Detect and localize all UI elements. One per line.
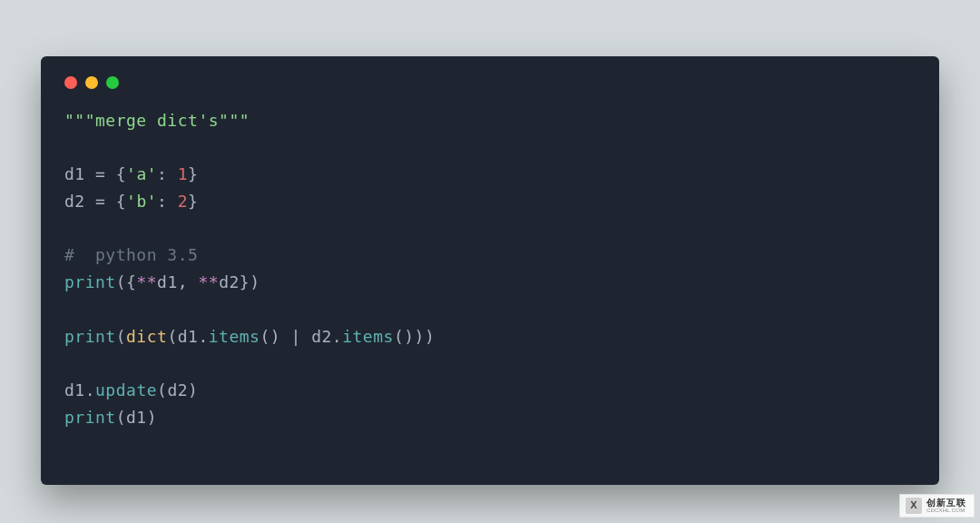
code-items-call: items (209, 327, 260, 346)
code-block: """merge dict's""" d1 = {'a': 1} d2 = {'… (64, 107, 916, 430)
watermark-subtitle: CDCXHL.COM (926, 508, 966, 513)
close-icon[interactable] (64, 76, 77, 89)
code-paren: ) (147, 408, 157, 427)
code-dot: . (85, 380, 95, 400)
code-identifier: d2 (219, 272, 240, 291)
code-paren: ({ (116, 272, 137, 291)
code-items-call: items (342, 327, 394, 346)
code-identifier: d1 (126, 408, 147, 427)
code-string: 'a' (126, 164, 157, 183)
code-paren: () (260, 327, 290, 346)
code-string: 'b' (126, 192, 157, 211)
code-brace: { (116, 192, 126, 211)
code-update-call: update (95, 380, 157, 400)
window-traffic-lights (64, 76, 916, 89)
code-identifier: d2 (64, 192, 95, 211)
code-comment: # python 3.5 (64, 245, 198, 264)
code-identifier: d2 (311, 327, 332, 346)
code-dict-call: dict (126, 327, 167, 346)
code-paren: ( (116, 327, 126, 346)
code-paren: }) (240, 272, 260, 291)
code-unpack-operator: ** (198, 272, 219, 291)
code-docstring: """merge dict's""" (64, 111, 250, 130)
code-dot: . (198, 327, 208, 346)
watermark-badge: X 创新互联 CDCXHL.COM (899, 494, 975, 518)
code-operator: = (95, 164, 116, 183)
code-paren: ( (157, 380, 167, 400)
code-pipe: | (290, 327, 311, 346)
watermark-logo-icon: X (906, 498, 922, 514)
code-number: 2 (178, 192, 188, 211)
code-operator: = (95, 192, 116, 211)
code-paren: ())) (394, 327, 435, 346)
code-paren: ( (167, 327, 177, 346)
code-identifier: d2 (167, 380, 188, 400)
code-print-call: print (64, 327, 116, 346)
code-print-call: print (64, 272, 116, 291)
page-background: """merge dict's""" d1 = {'a': 1} d2 = {'… (0, 0, 980, 523)
code-brace: } (188, 164, 198, 183)
code-paren: ) (188, 380, 198, 400)
code-window: """merge dict's""" d1 = {'a': 1} d2 = {'… (41, 56, 939, 485)
code-brace: } (188, 192, 198, 211)
maximize-icon[interactable] (106, 76, 119, 89)
watermark-title: 创新互联 (926, 498, 966, 508)
code-comma: , (178, 272, 199, 291)
code-unpack-operator: ** (136, 272, 157, 291)
code-print-call: print (64, 408, 116, 427)
code-identifier: d1 (64, 380, 85, 400)
code-dot: . (332, 327, 342, 346)
code-colon: : (157, 164, 178, 183)
code-paren: ( (116, 408, 126, 427)
code-identifier: d1 (178, 327, 199, 346)
code-identifier: d1 (64, 164, 95, 183)
minimize-icon[interactable] (85, 76, 98, 89)
code-brace: { (116, 164, 126, 183)
code-colon: : (157, 192, 178, 211)
code-number: 1 (178, 164, 188, 183)
code-identifier: d1 (157, 272, 178, 291)
